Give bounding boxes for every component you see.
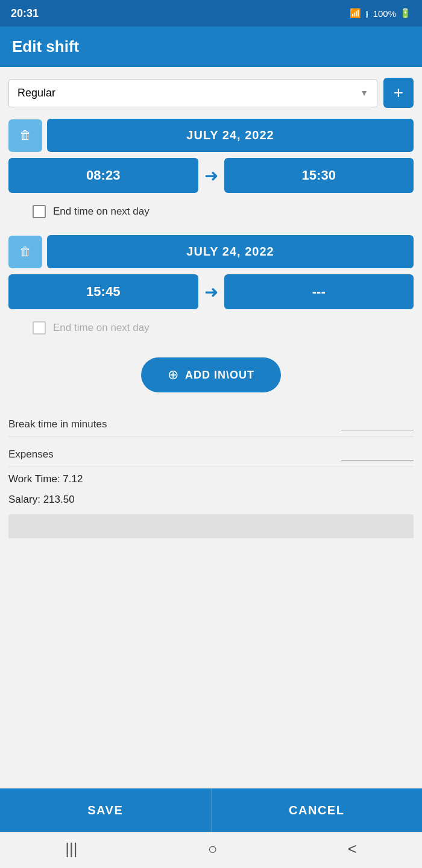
shift1-start-time-button[interactable]: 08:23 — [8, 158, 198, 193]
shift1-date-row: 🗑 JULY 24, 2022 — [8, 119, 414, 152]
work-time-value: Work Time: 7.12 — [8, 473, 83, 485]
break-time-field-row: Break time in minutes — [8, 407, 414, 437]
break-time-input[interactable] — [341, 415, 414, 430]
delete-shift1-button[interactable]: 🗑 — [8, 119, 42, 152]
menu-nav-icon[interactable]: ||| — [65, 840, 77, 858]
nav-bar: ||| ○ < — [0, 832, 422, 868]
shift2-start-time-button[interactable]: 15:45 — [8, 274, 198, 309]
shift-block-1: 🗑 JULY 24, 2022 08:23 ➜ 15:30 End time o… — [8, 119, 414, 223]
type-dropdown[interactable]: Regular ▼ — [8, 79, 377, 107]
shift2-date-button[interactable]: JULY 24, 2022 — [47, 235, 414, 268]
footer-buttons: SAVE CANCEL — [0, 788, 422, 832]
chevron-down-icon: ▼ — [360, 88, 368, 98]
add-inout-button[interactable]: ⊕ ADD IN\OUT — [141, 357, 281, 392]
type-selector-row: Regular ▼ + — [8, 78, 414, 108]
arrow-right-icon-2: ➜ — [204, 282, 218, 302]
expenses-input[interactable] — [341, 445, 414, 461]
page-title: Edit shift — [12, 37, 79, 55]
add-shift-type-button[interactable]: + — [383, 78, 414, 108]
back-nav-icon[interactable]: < — [348, 840, 357, 858]
shift1-next-day-row: End time on next day — [8, 200, 414, 223]
battery-text: 100% — [373, 8, 396, 19]
status-bar: 20:31 📶 ⫿ 100% 🔋 — [0, 0, 422, 27]
shift1-end-time-button[interactable]: 15:30 — [224, 158, 414, 193]
add-inout-label: ADD IN\OUT — [185, 369, 254, 382]
home-nav-icon[interactable]: ○ — [208, 840, 218, 858]
shift2-end-time-button[interactable]: --- — [224, 274, 414, 309]
main-content: Regular ▼ + 🗑 JULY 24, 2022 08:23 ➜ 15:3… — [0, 67, 422, 788]
shift2-next-day-label: End time on next day — [53, 322, 150, 334]
plus-circle-icon: ⊕ — [168, 367, 179, 383]
save-button[interactable]: SAVE — [0, 788, 211, 832]
status-icons: 📶 ⫿ 100% 🔋 — [350, 8, 411, 19]
status-time: 20:31 — [11, 7, 39, 20]
shift2-next-day-checkbox[interactable] — [33, 321, 46, 335]
type-dropdown-value: Regular — [17, 87, 55, 99]
signal-icon: ⫿ — [365, 8, 370, 19]
work-time-row: Work Time: 7.12 — [8, 467, 414, 488]
expenses-field-row: Expenses — [8, 437, 414, 467]
break-time-label: Break time in minutes — [8, 418, 107, 430]
shift1-next-day-checkbox[interactable] — [33, 205, 46, 218]
shift1-date-button[interactable]: JULY 24, 2022 — [47, 119, 414, 152]
salary-value: Salary: 213.50 — [8, 494, 75, 505]
partially-hidden-section — [8, 514, 414, 538]
app-header: Edit shift — [0, 27, 422, 67]
expenses-label: Expenses — [8, 448, 54, 461]
trash-icon: 🗑 — [19, 128, 31, 142]
arrow-right-icon: ➜ — [204, 166, 218, 186]
shift1-time-row: 08:23 ➜ 15:30 — [8, 158, 414, 193]
shift2-date-row: 🗑 JULY 24, 2022 — [8, 235, 414, 268]
shift2-next-day-row: End time on next day — [8, 316, 414, 339]
wifi-icon: 📶 — [350, 8, 361, 19]
shift1-next-day-label: End time on next day — [53, 206, 150, 218]
shift-block-2: 🗑 JULY 24, 2022 15:45 ➜ --- End time on … — [8, 235, 414, 339]
salary-row: Salary: 213.50 — [8, 488, 414, 508]
trash-icon-2: 🗑 — [19, 245, 31, 259]
cancel-button[interactable]: CANCEL — [211, 788, 423, 832]
shift2-time-row: 15:45 ➜ --- — [8, 274, 414, 309]
battery-icon: 🔋 — [400, 8, 411, 19]
add-inout-row: ⊕ ADD IN\OUT — [8, 357, 414, 392]
delete-shift2-button[interactable]: 🗑 — [8, 236, 42, 268]
